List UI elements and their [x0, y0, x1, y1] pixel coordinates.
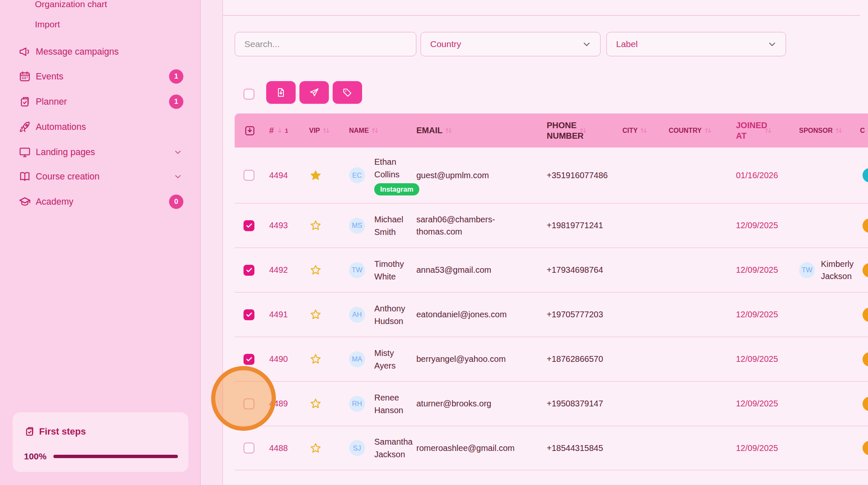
sort-icon [764, 126, 773, 135]
sort-icon [834, 126, 843, 135]
sidebar-item-label: Automations [36, 122, 188, 132]
book-icon [19, 170, 31, 183]
contact-avatar: TW [349, 262, 365, 278]
column-label: C [860, 127, 865, 135]
row-id-link[interactable]: 4491 [269, 310, 288, 319]
sidebar-item-message-campaigns[interactable]: Message campaigns [19, 45, 188, 59]
row-id-link[interactable]: 4489 [269, 399, 288, 409]
column-header-joined[interactable]: JOINED AT [736, 113, 799, 148]
column-header-name[interactable]: NAME [349, 113, 416, 148]
joined-date: 12/09/2025 [736, 354, 799, 364]
sidebar-item-label: Planner [36, 97, 169, 107]
sidebar-item-events[interactable]: Events1 [19, 69, 188, 84]
sidebar-item-planner[interactable]: Planner1 [19, 95, 188, 109]
contact-avatar: RH [349, 396, 365, 412]
joined-date: 12/09/2025 [736, 310, 799, 319]
column-label: JOINED AT [736, 120, 762, 141]
row-id-link[interactable]: 4493 [269, 221, 288, 230]
contact-phone: +18544315845 [547, 443, 622, 453]
column-label: PHONE NUMBER [547, 120, 577, 141]
send-message-button[interactable] [299, 81, 329, 104]
contact-phone: +18762866570 [547, 354, 622, 364]
sort-desc-icon [275, 126, 284, 135]
search-box [235, 32, 416, 56]
count-badge: 1 [169, 95, 183, 109]
row-checkbox[interactable] [243, 170, 254, 181]
column-header-sponsor[interactable]: SPONSOR [799, 113, 860, 148]
rocket-icon [19, 121, 31, 133]
sidebar-item-landing-pages[interactable]: Landing pages [19, 145, 188, 159]
vip-star-outline-icon[interactable] [309, 442, 322, 455]
column-label: SPONSOR [799, 127, 833, 135]
row-checkbox[interactable] [243, 265, 254, 276]
contact-email: sarah06@chambers-thomas.com [416, 214, 547, 238]
row-id-link[interactable]: 4490 [269, 354, 288, 364]
sidebar-item-label: Academy [36, 197, 169, 207]
check-icon [245, 355, 253, 363]
country-filter-select[interactable]: Country [421, 32, 601, 56]
column-label: CITY [622, 127, 638, 135]
table-row-4493: 4493MSMichael Smithsarah06@chambers-thom… [235, 203, 868, 248]
row-checkbox[interactable] [243, 443, 254, 453]
graduation-cap-icon [19, 195, 31, 208]
select-all-checkbox[interactable] [243, 89, 254, 100]
contact-avatar: SJ [349, 440, 365, 456]
vip-star-filled-icon[interactable] [309, 169, 322, 182]
clipboard-check-icon [19, 95, 31, 108]
export-file-button[interactable] [266, 81, 296, 104]
sort-icon [579, 126, 587, 135]
contacts-table: #1VIPNAMEEMAILPHONE NUMBERCITYCOUNTRYJOI… [235, 113, 868, 485]
column-header-email[interactable]: EMAIL [416, 113, 547, 148]
sidebar-item-academy[interactable]: Academy0 [19, 195, 188, 209]
row-id-link[interactable]: 4492 [269, 265, 288, 275]
vip-star-outline-icon[interactable] [309, 397, 322, 410]
joined-date: 12/09/2025 [736, 221, 799, 230]
tag-button[interactable] [333, 81, 362, 104]
column-label: EMAIL [416, 125, 442, 136]
column-header-city[interactable]: CITY [622, 113, 669, 148]
sidebar-subitem-organization-chart[interactable]: Organization chart [35, 0, 107, 9]
row-checkbox[interactable] [243, 220, 254, 231]
column-header-vip[interactable]: VIP [303, 113, 349, 148]
vip-star-outline-icon[interactable] [309, 219, 322, 232]
sidebar-item-automations[interactable]: Automations [19, 120, 188, 134]
vip-star-outline-icon[interactable] [309, 264, 322, 277]
chevron-down-icon [173, 148, 183, 157]
contact-name: Ethan Collins [374, 156, 416, 181]
row-id-link[interactable]: 4488 [269, 443, 288, 453]
status-dot [863, 352, 868, 366]
contact-name: Timothy White [374, 258, 416, 283]
first-steps-title: First steps [39, 426, 86, 437]
progress-bar [53, 455, 178, 458]
row-checkbox[interactable] [243, 398, 254, 409]
status-dot [863, 441, 868, 455]
table-header-row: #1VIPNAMEEMAILPHONE NUMBERCITYCOUNTRYJOI… [235, 113, 868, 148]
top-divider [223, 15, 860, 16]
column-header-country[interactable]: COUNTRY [669, 113, 736, 148]
vip-star-outline-icon[interactable] [309, 308, 322, 321]
search-input[interactable] [235, 32, 416, 56]
column-header-select[interactable] [235, 113, 269, 148]
source-tag-badge: Instagram [374, 183, 419, 195]
check-icon [245, 266, 253, 274]
column-label: # [269, 125, 274, 136]
sidebar-item-course-creation[interactable]: Course creation [19, 169, 188, 184]
table-body: 4494ECEthan CollinsInstagramguest@upmlm.… [235, 148, 868, 485]
column-header-id[interactable]: #1 [269, 113, 303, 148]
contact-name: Samantha Jackson [374, 435, 416, 461]
label-filter-select[interactable]: Label [606, 32, 786, 56]
contact-avatar: MA [349, 351, 365, 367]
row-id-link[interactable]: 4494 [269, 171, 288, 180]
check-icon [245, 221, 253, 229]
sidebar-subitem-import[interactable]: Import [35, 19, 60, 29]
status-dot [863, 219, 868, 233]
label-filter-value: Label [616, 39, 767, 49]
first-steps-card[interactable]: First steps 100% [13, 412, 188, 472]
row-checkbox[interactable] [243, 309, 254, 320]
column-header-phone[interactable]: PHONE NUMBER [547, 113, 622, 148]
sort-icon [444, 126, 453, 135]
vip-star-outline-icon[interactable] [309, 353, 322, 366]
bulk-actions-toolbar [266, 81, 362, 104]
sidebar-item-label: Landing pages [36, 147, 173, 158]
row-checkbox[interactable] [243, 354, 254, 365]
